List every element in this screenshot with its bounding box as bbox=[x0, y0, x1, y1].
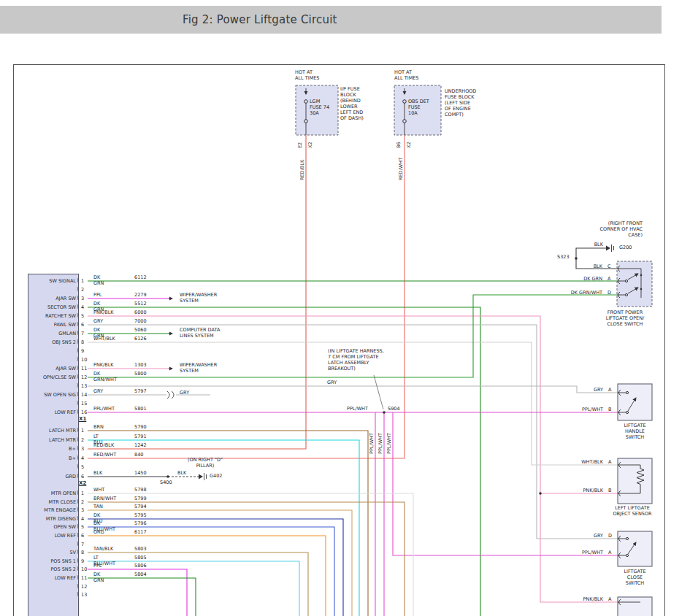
circuit-number: 5796 bbox=[134, 520, 147, 526]
pin-function-label: POS SNS 1 bbox=[29, 558, 76, 564]
pin-function-label: SW OPEN SIG bbox=[29, 392, 76, 398]
pin-function-label: SW SIGNAL bbox=[29, 278, 76, 284]
pin-socket: ) bbox=[77, 409, 79, 415]
pin-socket: ) bbox=[77, 566, 79, 571]
splice-s323-label: S323 bbox=[557, 254, 570, 260]
circuit-number: 5803 bbox=[134, 546, 147, 552]
pin-function-label: AJAR SW bbox=[29, 296, 76, 301]
pin-number: 11 bbox=[81, 366, 87, 371]
pin-number: 1 bbox=[81, 490, 84, 496]
pin-socket: ) bbox=[77, 400, 79, 406]
pin-wire-label: DK GRN bbox=[544, 276, 602, 282]
circuit-number: 2279 bbox=[134, 292, 147, 298]
wire-runs bbox=[88, 135, 618, 616]
pin-socket: ) bbox=[77, 427, 79, 433]
pin-socket: ) bbox=[77, 330, 79, 336]
pin-socket: ) bbox=[77, 356, 79, 362]
pin-number: 4 bbox=[81, 455, 84, 461]
system-ref-computer-data: COMPUTER DATA LINES SYSTEM bbox=[180, 327, 220, 339]
pin-wire-label: PPL/WHT bbox=[545, 550, 603, 555]
pin-number: 10 bbox=[81, 357, 87, 363]
splice-s904-label: S904 bbox=[388, 406, 400, 412]
circuit-number: 5795 bbox=[134, 512, 147, 518]
wire-color-label: WHT bbox=[93, 487, 104, 493]
pin-wire-label: PNK/BLK bbox=[545, 596, 603, 602]
wiring-diagram-page: Fig 2: Power Liftgate Circuit bbox=[0, 0, 690, 616]
pin-wire-label: BLK bbox=[544, 263, 602, 269]
pin-socket: ) bbox=[77, 339, 79, 344]
circuit-number: 6117 bbox=[134, 529, 147, 535]
splice-s904 bbox=[374, 375, 386, 414]
pin-function-label: LATCH MTR bbox=[29, 428, 76, 434]
pin-function-label: LOW REF bbox=[29, 575, 76, 581]
fuse-name-obs-det: OBS DET FUSE 10A bbox=[408, 99, 429, 116]
wire-label-red-wht: RED/WHT bbox=[398, 158, 404, 180]
circuit-number: 5804 bbox=[134, 571, 147, 577]
circuit-number: 6000 bbox=[134, 309, 147, 315]
liftgate-handle-switch-caption: LIFTGATE HANDLE SWITCH bbox=[618, 423, 652, 440]
pin-function-label: OBJ SNS 2 bbox=[29, 339, 76, 345]
circuit-number: 5512 bbox=[134, 301, 147, 307]
pin-function-label: MTR DISENG bbox=[29, 516, 76, 522]
left-liftgate-object-sensor-symbol bbox=[618, 458, 652, 504]
wire-color-label: GRY bbox=[93, 318, 103, 324]
underhood-fuse-block-note: UNDERHOOD FUSE BLOCK (LEFT SIDE OF ENGIN… bbox=[445, 88, 476, 118]
pin-socket: ) bbox=[77, 463, 79, 469]
wire-color-label: TAN/BLK bbox=[93, 546, 113, 552]
pin-socket: ) bbox=[77, 558, 79, 563]
liftgate-close-switch-caption: LIFTGATE CLOSE SWITCH bbox=[618, 569, 652, 586]
splice-s400-label: S400 bbox=[160, 480, 172, 485]
pin-number: 6 bbox=[81, 322, 84, 328]
circuit-number: 5806 bbox=[134, 563, 147, 569]
liftgate-close-switch-symbol bbox=[618, 531, 652, 566]
wire-color-label: ORG bbox=[93, 529, 104, 535]
wire-label-blk-g402: BLK bbox=[177, 470, 186, 476]
hot-at-all-times-label-right: HOT AT ALL TIMES bbox=[394, 69, 418, 81]
pin-function-label: 5V bbox=[29, 550, 76, 555]
pin-function-label: GMLAN bbox=[29, 331, 76, 336]
wire-label-gry-after-break: GRY bbox=[180, 390, 189, 396]
pin-socket: ) bbox=[77, 321, 79, 327]
pin-socket: ) bbox=[77, 295, 79, 301]
pin-function-label: MTR CLOSE bbox=[29, 499, 76, 505]
pin-number: 5 bbox=[81, 464, 84, 470]
system-reference-arrows bbox=[169, 299, 172, 369]
pin-number: 2 bbox=[81, 499, 84, 505]
pin-number: 12 bbox=[81, 374, 87, 380]
wire-color-label: PNK/BLK bbox=[93, 309, 114, 315]
connector-id-x1: X1 bbox=[79, 416, 86, 422]
pin-number: 2 bbox=[81, 287, 84, 293]
wire-label-blk-g200: BLK bbox=[577, 242, 603, 247]
pin-letter: A bbox=[608, 459, 611, 465]
wire-color-label: PNK/BLK bbox=[93, 362, 114, 368]
pin-wire-label: GRY bbox=[545, 533, 603, 539]
pin-number: 11 bbox=[81, 575, 87, 581]
wire-color-label: GRY bbox=[93, 388, 103, 394]
wire-color-label: PPL/WHT bbox=[93, 406, 115, 412]
wire-label-red-blk: RED/BLK bbox=[299, 160, 305, 180]
pin-socket: ) bbox=[77, 347, 79, 353]
pin-letter: A bbox=[608, 387, 611, 393]
pin-wire-label: WHT/BLK bbox=[545, 459, 603, 465]
circuit-number: 7000 bbox=[134, 318, 147, 324]
pin-number: 1 bbox=[81, 428, 84, 434]
pin-socket: ) bbox=[77, 549, 79, 555]
pin-number: 2 bbox=[81, 437, 84, 443]
circuit-number: 5794 bbox=[134, 504, 147, 509]
fuse-terminal-e2: E2 bbox=[297, 142, 303, 148]
circuit-number: 5790 bbox=[134, 424, 147, 430]
pin-function-label: PAWL SW bbox=[29, 322, 76, 328]
pin-number: 5 bbox=[81, 524, 84, 530]
pin-socket: ) bbox=[77, 574, 79, 580]
pin-number: 6 bbox=[81, 533, 84, 539]
pin-socket: ) bbox=[77, 436, 79, 442]
pin-socket: ) bbox=[77, 591, 79, 597]
pin-function-label: LATCH MTR bbox=[29, 437, 76, 443]
ground-g402-label: G402 bbox=[210, 473, 222, 479]
pin-socket: ) bbox=[77, 515, 79, 521]
wire-color-label: RED/BLK bbox=[93, 442, 114, 448]
pin-letter: B bbox=[608, 488, 611, 493]
pin-function-label: GRD bbox=[29, 474, 76, 480]
pillar-location-note: (ON RIGHT "D" PILLAR) bbox=[183, 457, 228, 469]
pin-number: 16 bbox=[81, 409, 87, 415]
